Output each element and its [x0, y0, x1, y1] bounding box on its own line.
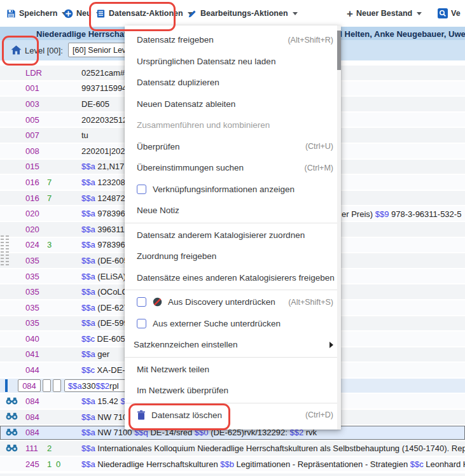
tag-input[interactable]: 084 — [18, 379, 41, 392]
new-holdings-label: Neuer Bestand — [356, 9, 412, 18]
new-button[interactable]: Neu — [64, 0, 101, 27]
marc-indicator2: 0 — [56, 459, 65, 469]
menu-divider — [125, 290, 341, 290]
menu-item[interactable]: Neuen Datensatz ableiten — [125, 94, 341, 115]
suppress-discovery-icon — [153, 297, 162, 307]
record-title-right: d Helten, Anke Neugebauer, Uwe Sc — [337, 29, 465, 38]
editing-actions-button[interactable]: Bearbeitungs-Aktionen — [188, 0, 298, 27]
menu-item-label: Verknüpfungsinformationen anzeigen — [153, 185, 295, 194]
menu-item-label: Aus externer Suche unterdrücken — [153, 319, 281, 328]
search-binoculars-icon[interactable] — [6, 443, 18, 454]
menu-item[interactable]: Datensatz freigeben (Alt+Shift+R) — [125, 29, 341, 51]
marc-indicator1: 2 — [47, 444, 56, 453]
active-row-indicator — [5, 379, 8, 393]
marc-value-fragment: er Preis) $$9 978-3-96311-532-5 — [342, 209, 461, 218]
new-holdings-button[interactable]: + Neuer Bestand — [347, 0, 422, 27]
menu-item[interactable]: Mit Netzwerk teilen — [125, 359, 341, 381]
view-related-label: Ve — [451, 9, 461, 18]
menu-item[interactable]: Datensatz duplizieren — [125, 72, 341, 94]
search-binoculars-icon[interactable] — [6, 411, 18, 423]
marc-value: $$a Internationales Kolloquium Niederadl… — [65, 444, 465, 453]
menu-item[interactable]: Aus Discovery unterdrücken (Alt+Shift+S) — [125, 291, 341, 313]
menu-item[interactable]: Verknüpfungsinformationen anzeigen — [125, 179, 341, 200]
marc-tag: 020 — [23, 225, 47, 234]
menu-item[interactable]: Im Netzwerk überprüfen — [125, 380, 341, 402]
menu-item-label: Datensatz duplizieren — [137, 78, 219, 87]
menu-item-label: Datensatz löschen — [151, 410, 222, 420]
menu-item-shortcut: (Ctrl+D) — [305, 410, 333, 419]
view-related-button[interactable]: Ve — [438, 0, 461, 27]
menu-item-label: Neue Notiz — [137, 206, 179, 215]
marc-indicator1: 1 — [47, 459, 56, 469]
marc-field-row[interactable]: 245 1 0 $$a Niederadlige Herrschaftskult… — [0, 457, 465, 473]
marc-tag: 084 — [23, 428, 47, 437]
menu-item-label: Im Netzwerk überprüfen — [137, 386, 228, 395]
checkbox[interactable] — [137, 297, 146, 307]
menu-item-label: Neuen Datensatz ableiten — [137, 99, 235, 109]
menu-item-label: Mit Netzwerk teilen — [137, 365, 209, 374]
menu-item-shortcut: (Alt+Shift+S) — [288, 298, 333, 307]
menu-item[interactable]: Datensatz anderem Katalogisierer zuordne… — [125, 225, 341, 246]
record-actions-label: Datensatz-Aktionen — [109, 9, 183, 18]
checkbox[interactable] — [137, 319, 146, 328]
marc-tag: 245 — [23, 459, 47, 469]
menu-item-label: Satzkennzeichen einstellen — [134, 340, 238, 349]
marc-tag: 001 — [23, 83, 47, 93]
marc-tag: 016 — [23, 193, 47, 203]
partial-next-row — [0, 472, 465, 476]
marc-tag: 041 — [23, 349, 47, 359]
menu-item-label: Datensatz freigeben — [137, 35, 214, 45]
save-label: Speichern — [19, 9, 57, 18]
menu-item-shortcut: (Ctrl+U) — [305, 142, 333, 151]
menu-divider — [125, 223, 341, 223]
menu-scrollbar-thumb[interactable] — [337, 31, 341, 70]
editor-toolbar: Speichern Neu Datensatz-Aktionen Bearbei… — [0, 0, 465, 27]
menu-scrollbar[interactable] — [337, 25, 341, 430]
menu-item[interactable]: Übereinstimmungen suchen (Ctrl+M) — [125, 157, 341, 179]
record-actions-button[interactable]: Datensatz-Aktionen — [96, 0, 193, 27]
menu-item[interactable]: Datensätze eines anderen Katalogisierers… — [125, 267, 341, 289]
new-label: Neu — [76, 9, 92, 18]
menu-item-label: Übereinstimmungen suchen — [137, 163, 244, 172]
indicator2-input[interactable] — [53, 379, 61, 392]
indicator1-input[interactable] — [43, 379, 51, 392]
menu-item-shortcut: (Ctrl+M) — [305, 164, 333, 172]
marc-tag: 040 — [23, 334, 47, 344]
search-binoculars-icon[interactable] — [6, 427, 18, 438]
save-button[interactable]: Speichern — [6, 0, 67, 27]
menu-item[interactable]: Zuordnung freigeben — [125, 246, 341, 267]
marc-indicator1: 7 — [47, 178, 56, 187]
menu-item[interactable]: Aus externer Suche unterdrücken — [125, 313, 341, 335]
plus-icon: + — [347, 8, 353, 19]
marc-tag: 035 — [23, 256, 47, 265]
level-label: Level [00]: — [25, 46, 63, 55]
marc-indicator1: 7 — [47, 193, 56, 203]
menu-item[interactable]: Neue Notiz — [125, 200, 341, 221]
record-actions-menu: Datensatz freigeben (Alt+Shift+R) Ursprü… — [125, 25, 341, 430]
marc-tag: 007 — [23, 130, 47, 140]
search-binoculars-icon[interactable] — [6, 396, 18, 407]
marc-tag: LDR — [23, 68, 47, 78]
menu-item[interactable]: Satzkennzeichen einstellen — [125, 334, 341, 356]
marc-tag: 084 — [23, 396, 47, 406]
marc-field-row[interactable]: 111 2 $$a Internationales Kolloquium Nie… — [0, 441, 465, 457]
record-actions-icon — [96, 9, 106, 18]
marc-indicator1: 3 — [47, 240, 56, 249]
menu-item[interactable]: Zusammenführen und kombinieren — [125, 115, 341, 136]
home-icon[interactable] — [11, 45, 22, 57]
marc-tag: 015 — [23, 162, 47, 171]
checkbox[interactable] — [137, 185, 146, 194]
row-drag-handle[interactable] — [1, 235, 9, 267]
menu-item[interactable]: Überprüfen (Ctrl+U) — [125, 136, 341, 158]
marc-tag: 020 — [23, 209, 47, 218]
menu-item-label: Datensatz anderem Katalogisierer zuordne… — [137, 230, 305, 240]
marc-tag: 044 — [23, 365, 47, 375]
trash-icon — [137, 410, 146, 420]
marc-tag: 035 — [23, 318, 47, 328]
menu-item-label: Datensätze eines anderen Katalogisierers… — [137, 273, 335, 283]
menu-item[interactable]: Ursprünglichen Datensatz neu laden — [125, 51, 341, 73]
plus-circle-icon — [64, 9, 73, 18]
menu-item[interactable]: Datensatz löschen (Ctrl+D) — [125, 405, 341, 426]
marc-tag: 111 — [23, 444, 47, 453]
pencil-icon — [188, 9, 197, 18]
